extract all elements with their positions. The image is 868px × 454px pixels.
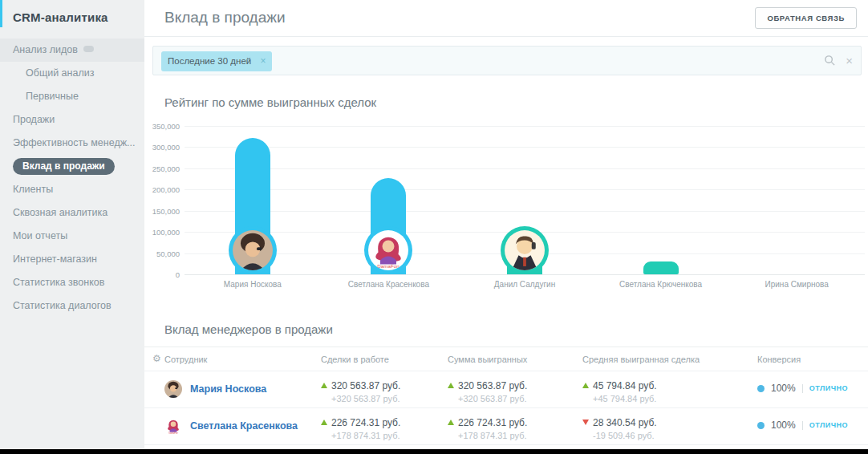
page-title: Вклад в продажи — [164, 9, 286, 26]
y-axis-tick-label: 300,000 — [144, 143, 180, 152]
manager-avatar[interactable] — [229, 226, 277, 274]
sidebar-item-statistika-dialogov[interactable]: Статистика диалогов — [0, 294, 144, 318]
feedback-button[interactable]: ОБРАТНАЯ СВЯЗЬ — [755, 7, 857, 29]
sidebar-item-vklad-v-prodazhi[interactable]: Вклад в продажи — [0, 155, 144, 178]
metric-value: 226 724.31 руб. — [331, 417, 400, 428]
link-badge-icon — [83, 46, 94, 52]
metric-delta: -19 509.46 руб. — [593, 431, 657, 440]
y-axis-tick-label: 250,000 — [144, 164, 180, 173]
metric-value: 45 794.84 руб. — [593, 380, 657, 391]
x-axis-category-label: Светлана Крюченкова — [597, 280, 725, 289]
sidebar-item-label: Статистика звонков — [13, 277, 104, 288]
employee-cell[interactable]: Мария Носкова — [164, 380, 266, 398]
employee-cell[interactable]: DamaFonСветлана Красенкова — [164, 417, 298, 435]
managers-table: Вклад менеджеров в продажи ⚙ Сотрудник С… — [144, 318, 868, 454]
metric-cell: 226 724.31 руб.+178 874.31 руб. — [321, 415, 400, 440]
y-axis-tick-label: 0 — [144, 270, 180, 279]
filter-chip-label: Последние 30 дней — [168, 56, 251, 66]
sidebar-item-klienty[interactable]: Клиенты — [0, 178, 144, 201]
conversion-dot-icon — [757, 385, 765, 392]
employee-name-link[interactable]: Светлана Красенкова — [190, 420, 298, 432]
sidebar-nav: Анализ лидовОбщий анализПервичныеПродажи… — [0, 39, 144, 318]
conversion-percent: 100% — [771, 420, 796, 431]
conversion-cell: 100%ОТЛИЧНО — [757, 420, 848, 431]
filter-chip[interactable]: Последние 30 дней × — [161, 51, 272, 71]
table-row: Мария Носкова320 563.87 руб.+320 563.87 … — [144, 371, 868, 407]
col-sum-won: Сумма выигранных — [448, 355, 527, 364]
conversion-rating[interactable]: ОТЛИЧНО — [809, 421, 848, 429]
topbar: Вклад в продажи ОБРАТНАЯ СВЯЗЬ — [144, 0, 868, 37]
manager-avatar[interactable]: DamaFon — [364, 226, 412, 274]
x-axis-category-label: Данил Салдугин — [460, 280, 589, 289]
manager-avatar[interactable] — [501, 226, 549, 274]
chart-bar[interactable] — [643, 261, 679, 274]
conversion-rating[interactable]: ОТЛИЧНО — [809, 384, 848, 392]
metric-value: 226 724.31 руб. — [458, 417, 527, 428]
avatar-image: DamaFon — [164, 417, 182, 435]
y-axis-tick-label: 100,000 — [144, 228, 180, 237]
sidebar-item-skvoznaya-analitika[interactable]: Сквозная аналитика — [0, 201, 144, 225]
avatar-image — [233, 230, 273, 270]
metric-cell: 320 563.87 руб.+320 563.87 руб. — [448, 378, 527, 403]
bottom-black-bar — [0, 449, 868, 454]
metric-delta: +45 794.84 руб. — [593, 394, 657, 403]
metric-delta: +178 874.31 руб. — [331, 431, 400, 440]
svg-text:DamaFon: DamaFon — [168, 432, 179, 435]
main-content: Вклад в продажи ОБРАТНАЯ СВЯЗЬ Последние… — [144, 0, 868, 454]
trend-up-icon — [321, 420, 327, 425]
avatar-image — [164, 380, 182, 398]
sidebar-item-label: Вклад в продажи — [13, 158, 115, 175]
filter-bar[interactable]: Последние 30 дней × × — [152, 46, 862, 75]
sidebar-item-obshchiy-analiz[interactable]: Общий анализ — [0, 62, 144, 85]
x-axis-category-label: Светлана Красенкова — [324, 280, 452, 289]
chart-gridline — [185, 168, 865, 169]
col-conversion: Конверсия — [757, 355, 801, 364]
x-axis-category-label: Мария Носкова — [189, 280, 317, 289]
svg-text:DamaFon: DamaFon — [378, 263, 400, 269]
sidebar-item-label: Общий анализ — [26, 67, 94, 79]
trend-up-icon — [448, 420, 454, 425]
table-title: Вклад менеджеров в продажи — [164, 322, 333, 336]
sidebar-item-effektivnost-menedzh[interactable]: Эффективность менедж... — [0, 132, 144, 155]
sidebar-item-label: Анализ лидов — [13, 44, 78, 55]
filter-icons: × — [824, 47, 853, 75]
employee-name-link[interactable]: Мария Носкова — [190, 383, 266, 395]
table-row: DamaFonСветлана Красенкова226 724.31 руб… — [144, 407, 868, 444]
trend-up-icon — [448, 383, 454, 388]
sidebar-item-pervichnye[interactable]: Первичные — [0, 85, 144, 108]
y-axis-tick-label: 150,000 — [144, 207, 180, 216]
table-settings-gear-icon[interactable]: ⚙ — [152, 353, 161, 364]
sidebar: CRM-аналитика Анализ лидовОбщий анализПе… — [0, 0, 144, 454]
metric-cell: 28 340.54 руб.-19 509.46 руб. — [582, 415, 657, 440]
metric-delta: +320 563.87 руб. — [458, 394, 527, 403]
sidebar-item-label: Первичные — [26, 91, 79, 102]
metric-value: 320 563.87 руб. — [331, 380, 400, 391]
avatar-image: DamaFon — [368, 230, 408, 270]
trend-down-icon — [582, 420, 589, 425]
sidebar-item-moi-otchety[interactable]: Мои отчеты — [0, 225, 144, 248]
metric-cell: 45 794.84 руб.+45 794.84 руб. — [582, 378, 657, 403]
won-deals-chart: 050,000100,000150,000200,000250,000300,0… — [144, 124, 868, 294]
sidebar-item-prodazhi[interactable]: Продажи — [0, 108, 144, 132]
chip-close-icon[interactable]: × — [260, 55, 266, 67]
table-header: ⚙ Сотрудник Сделки в работе Сумма выигра… — [144, 347, 868, 371]
col-deals-in-progress: Сделки в работе — [321, 355, 389, 364]
y-axis-tick-label: 50,000 — [144, 249, 180, 258]
sidebar-item-internet-magazin[interactable]: Интернет-магазин — [0, 248, 144, 271]
sidebar-item-statistika-zvonkov[interactable]: Статистика звонков — [0, 271, 144, 294]
employee-avatar: DamaFon — [164, 417, 182, 435]
sidebar-item-label: Эффективность менедж... — [13, 137, 135, 148]
trend-up-icon — [582, 383, 589, 388]
conversion-percent: 100% — [771, 383, 796, 394]
conversion-cell: 100%ОТЛИЧНО — [757, 383, 848, 394]
chart-gridline — [185, 126, 865, 127]
app-title: CRM-аналитика — [13, 10, 108, 24]
sidebar-item-label: Мои отчеты — [13, 230, 67, 241]
divider — [802, 421, 803, 430]
chart-gridline — [185, 189, 865, 190]
sidebar-item-analiz-lidov[interactable]: Анализ лидов — [0, 39, 144, 62]
corner-accent — [0, 0, 2, 27]
search-icon[interactable] — [824, 55, 836, 67]
clear-filter-icon[interactable]: × — [846, 55, 853, 67]
metric-value: 28 340.54 руб. — [593, 417, 657, 428]
